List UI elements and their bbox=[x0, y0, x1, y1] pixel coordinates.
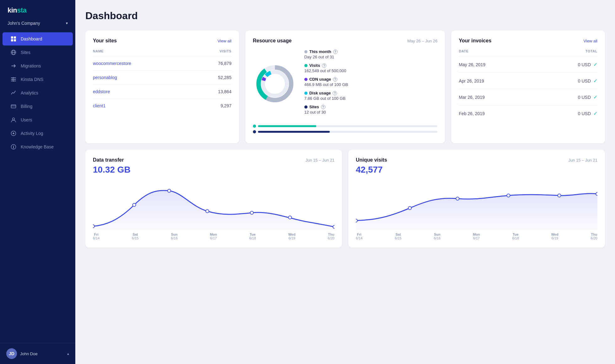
x-day: Thu bbox=[591, 233, 597, 236]
sites-help-icon: ? bbox=[321, 105, 325, 109]
sidebar-item-migrations[interactable]: Migrations bbox=[3, 59, 73, 72]
this-month-help-icon: ? bbox=[333, 50, 338, 54]
data-transfer-metric: 10.32 GB bbox=[93, 165, 334, 175]
sidebar-item-kinsta-dns[interactable]: Kinsta DNS bbox=[3, 73, 73, 86]
x-date: 6/15 bbox=[132, 236, 138, 240]
svg-rect-0 bbox=[11, 36, 13, 39]
sites-card: Your sites View all NAME VISITS woocomme… bbox=[85, 30, 239, 143]
svg-rect-3 bbox=[14, 39, 16, 41]
invoice-row: May 26, 20190 USD ✓ bbox=[459, 56, 597, 73]
dt-dot-1 bbox=[133, 203, 136, 206]
svg-point-9 bbox=[13, 118, 15, 120]
resource-card-title: Resource usage bbox=[253, 38, 292, 44]
dt-dot-4 bbox=[250, 211, 254, 214]
x-axis-label: Mon6/17 bbox=[210, 233, 217, 240]
donut-chart bbox=[253, 62, 297, 106]
resource-date-range: May 26 – Jun 26 bbox=[407, 39, 437, 43]
company-selector[interactable]: John's Company ▾ bbox=[0, 18, 75, 32]
sidebar-item-billing[interactable]: Billing bbox=[3, 100, 73, 113]
check-icon: ✓ bbox=[593, 78, 597, 84]
invoice-row: Mar 26, 20190 USD ✓ bbox=[459, 89, 597, 105]
x-axis-label: Fri6/14 bbox=[93, 233, 99, 240]
x-date: 6/14 bbox=[93, 236, 99, 240]
unique-visits-header: Unique visits Jun 15 – Jun 21 bbox=[356, 157, 597, 163]
sidebar-item-label: Knowledge Base bbox=[21, 144, 54, 149]
dt-dot-6 bbox=[333, 225, 334, 228]
x-day: Sun bbox=[434, 233, 441, 236]
resource-stats: This month ? Day 26 out of 31 Visits ? 1… bbox=[304, 49, 438, 118]
sidebar-item-activity-log[interactable]: Activity Log bbox=[3, 127, 73, 140]
site-link[interactable]: woocommercestore bbox=[93, 61, 131, 66]
check-icon: ✓ bbox=[593, 110, 597, 116]
top-row: Your sites View all NAME VISITS woocomme… bbox=[85, 30, 605, 143]
disk-label: Disk usage bbox=[309, 91, 331, 95]
x-date: 6/18 bbox=[512, 236, 519, 240]
sidebar-item-label: Kinsta DNS bbox=[21, 77, 43, 82]
chevron-down-icon: ▾ bbox=[66, 21, 68, 25]
x-day: Wed bbox=[551, 233, 559, 236]
x-day: Mon bbox=[473, 233, 480, 236]
x-axis-label: Thu6/20 bbox=[591, 233, 597, 240]
invoice-amount: 0 USD ✓ bbox=[578, 78, 597, 84]
visits-stat: Visits ? 162,549 out of 500,000 bbox=[304, 63, 438, 73]
x-axis-label: Sun6/16 bbox=[171, 233, 178, 240]
invoices-table-header: DATE TOTAL bbox=[459, 49, 597, 56]
cdn-value: 466.9 MB out of 100 GB bbox=[304, 82, 438, 87]
sidebar-item-analytics[interactable]: Analytics bbox=[3, 86, 73, 99]
x-date: 6/18 bbox=[249, 236, 256, 240]
dashboard-icon bbox=[10, 36, 17, 42]
chevron-up-icon: ▴ bbox=[67, 351, 69, 356]
sidebar-item-label: Migrations bbox=[21, 63, 41, 68]
x-date: 6/19 bbox=[551, 236, 559, 240]
site-link[interactable]: personablog bbox=[93, 75, 117, 80]
table-row: client19,297 bbox=[93, 99, 232, 113]
invoice-amount: 0 USD ✓ bbox=[578, 62, 597, 67]
table-row: eddstore13,864 bbox=[93, 85, 232, 99]
invoice-col-total: TOTAL bbox=[586, 49, 597, 53]
x-axis-label: Tue6/18 bbox=[512, 233, 519, 240]
visits-help-icon: ? bbox=[322, 63, 326, 68]
svg-rect-1 bbox=[14, 36, 16, 39]
x-date: 6/17 bbox=[473, 236, 480, 240]
x-axis-label: Tue6/18 bbox=[249, 233, 256, 240]
sidebar-item-sites[interactable]: Sites bbox=[3, 46, 73, 59]
unique-visits-svg bbox=[356, 180, 597, 230]
sidebar-logo: kinsta bbox=[0, 0, 75, 18]
uv-dot-2 bbox=[456, 197, 459, 200]
site-link[interactable]: eddstore bbox=[93, 89, 110, 94]
check-icon: ✓ bbox=[593, 94, 597, 100]
sidebar: kinsta John's Company ▾ DashboardSitesMi… bbox=[0, 0, 75, 364]
uv-dot-1 bbox=[408, 206, 411, 210]
visits-progress bbox=[253, 125, 438, 128]
site-link[interactable]: client1 bbox=[93, 103, 105, 108]
uv-dot-3 bbox=[507, 194, 510, 197]
visits-value: 162,549 out of 500,000 bbox=[304, 68, 438, 73]
data-transfer-card: Data transfer Jun 15 – Jun 21 10.32 GB bbox=[85, 150, 342, 248]
data-transfer-title: Data transfer bbox=[93, 157, 124, 163]
sites-value: 12 out of 30 bbox=[304, 110, 438, 115]
svg-rect-7 bbox=[11, 105, 16, 108]
this-month-stat: This month ? Day 26 out of 31 bbox=[304, 49, 438, 59]
x-day: Sat bbox=[395, 233, 401, 236]
data-transfer-svg bbox=[93, 180, 334, 230]
sites-col-name: NAME bbox=[93, 49, 104, 53]
disk-stat: Disk usage ? 7.86 GB out of 100 GB bbox=[304, 91, 438, 101]
x-date: 6/20 bbox=[328, 236, 334, 240]
billing-icon bbox=[10, 104, 17, 109]
unique-visits-metric: 42,577 bbox=[356, 165, 597, 175]
sidebar-bottom: JD John Doe ▴ bbox=[0, 343, 75, 364]
invoices-view-all[interactable]: View all bbox=[583, 39, 597, 43]
sidebar-item-knowledge-base[interactable]: Knowledge Base bbox=[3, 140, 73, 153]
data-transfer-header: Data transfer Jun 15 – Jun 21 bbox=[93, 157, 334, 163]
invoice-date: May 26, 2019 bbox=[459, 62, 485, 67]
sidebar-item-dashboard[interactable]: Dashboard bbox=[3, 32, 73, 46]
data-transfer-date-range: Jun 15 – Jun 21 bbox=[305, 158, 334, 163]
uv-dot-4 bbox=[558, 194, 561, 197]
visits-label: Visits bbox=[309, 63, 320, 68]
sites-view-all[interactable]: View all bbox=[217, 39, 232, 43]
sidebar-item-users[interactable]: Users bbox=[3, 113, 73, 126]
sites-stat: Sites ? 12 out of 30 bbox=[304, 104, 438, 115]
invoice-amount: 0 USD ✓ bbox=[578, 110, 597, 116]
sites-rows: woocommercestore76,879personablog52,285e… bbox=[93, 56, 232, 113]
main-content: Dashboard Your sites View all NAME VISIT… bbox=[75, 0, 615, 364]
